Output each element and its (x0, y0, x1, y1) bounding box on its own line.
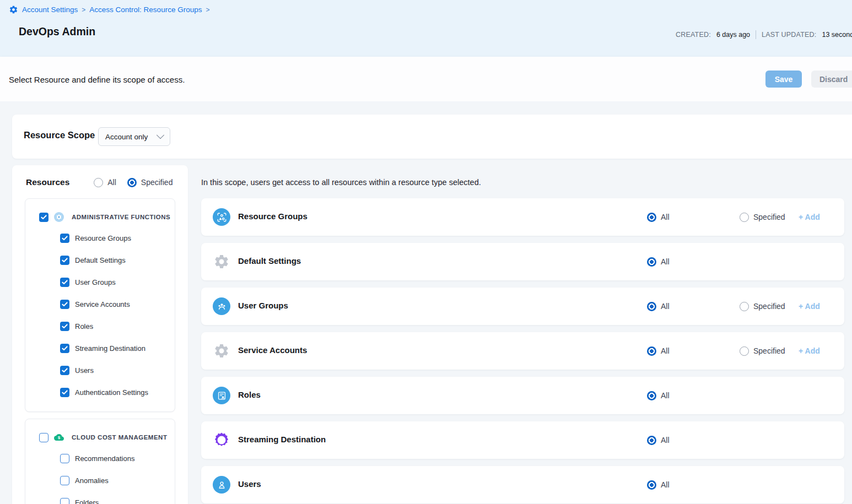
item-label: Streaming Destination (75, 344, 145, 353)
item-checkbox[interactable] (60, 234, 69, 243)
item-checkbox[interactable] (60, 476, 69, 485)
resources-panel: Resources All Specified ADMINISTRATIVE F… (12, 165, 188, 504)
tree-item[interactable]: Default Settings (60, 256, 126, 265)
radio-icon[interactable] (647, 436, 656, 445)
row-radio-specified[interactable]: Specified (740, 302, 785, 311)
resource-scope-card: Resource Scope Account only (12, 115, 852, 159)
resource-row-title: Users (238, 479, 261, 489)
tree-item[interactable]: Roles (60, 322, 93, 331)
resources-title: Resources (26, 177, 69, 187)
group-label: CLOUD COST MANAGEMENT (72, 434, 167, 441)
radio-icon[interactable] (740, 213, 749, 222)
resource-scope-label: Resource Scope (24, 130, 95, 140)
breadcrumb-link-access-control[interactable]: Access Control: Resource Groups (89, 6, 202, 14)
radio-all-label: All (107, 178, 116, 187)
radio-specified-label: Specified (753, 346, 785, 355)
row-radio-all[interactable]: All (647, 302, 670, 311)
item-checkbox[interactable] (60, 322, 69, 331)
breadcrumb: Account Settings > Access Control: Resou… (9, 5, 209, 14)
streaming-cog-icon (213, 431, 230, 449)
radio-icon[interactable] (94, 178, 103, 187)
item-label: Roles (75, 322, 93, 330)
radio-icon[interactable] (740, 302, 749, 311)
group-label: ADMINISTRATIVE FUNCTIONS (72, 214, 170, 220)
group-checkbox[interactable] (39, 213, 48, 222)
item-checkbox[interactable] (60, 454, 69, 463)
resource-row-title: Streaming Destination (238, 435, 326, 444)
resource-scope-select[interactable]: Account only (98, 127, 170, 146)
radio-all-label: All (661, 213, 670, 221)
admin-gear-badge-icon (54, 212, 64, 222)
resource-row: Resource GroupsAllSpecified+ Add (201, 198, 844, 236)
radio-all-label: All (661, 302, 670, 311)
tree-item[interactable]: Users (60, 366, 94, 375)
radio-icon[interactable] (647, 391, 656, 400)
save-button[interactable]: Save (765, 71, 802, 88)
breadcrumb-separator: > (82, 6, 85, 14)
resource-row-title: Default Settings (238, 256, 301, 265)
radio-icon[interactable] (647, 480, 656, 490)
item-checkbox[interactable] (60, 344, 69, 353)
gear-icon (213, 253, 230, 270)
group-checkbox[interactable] (39, 433, 48, 442)
radio-icon[interactable] (647, 346, 656, 356)
resources-radio-specified[interactable]: Specified (127, 178, 173, 187)
radio-icon[interactable] (740, 346, 749, 356)
radio-icon[interactable] (647, 302, 656, 311)
meta-divider (756, 30, 756, 39)
item-checkbox[interactable] (60, 498, 69, 504)
item-checkbox[interactable] (60, 388, 69, 397)
row-radio-all[interactable]: All (647, 480, 670, 490)
last-updated-label: LAST UPDATED: (762, 31, 816, 39)
action-bar-message: Select Resource and define its scope of … (9, 74, 185, 84)
record-meta: CREATED: 6 days ago LAST UPDATED: 13 sec… (676, 30, 852, 39)
resource-row: Streaming DestinationAll (201, 421, 844, 459)
radio-specified-label: Specified (753, 302, 785, 311)
created-value: 6 days ago (716, 31, 750, 39)
add-link[interactable]: + Add (799, 302, 820, 311)
row-radio-all[interactable]: All (647, 436, 670, 445)
resource-row-title: Resource Groups (238, 212, 308, 221)
item-checkbox[interactable] (60, 300, 69, 309)
tree-item[interactable]: Recommendations (60, 454, 134, 463)
tree-item[interactable]: Service Accounts (60, 300, 130, 309)
item-checkbox[interactable] (60, 366, 69, 375)
row-radio-all[interactable]: All (647, 257, 670, 267)
resource-group-card: ADMINISTRATIVE FUNCTIONSResource GroupsD… (25, 198, 175, 412)
row-radio-specified[interactable]: Specified (740, 213, 785, 222)
row-radio-all[interactable]: All (647, 391, 670, 400)
radio-icon[interactable] (647, 213, 656, 222)
resource-row-title: User Groups (238, 301, 288, 310)
row-radio-all[interactable]: All (647, 346, 670, 356)
resource-group-header[interactable]: ADMINISTRATIVE FUNCTIONS (39, 212, 170, 222)
roles-card-icon (213, 387, 230, 404)
chevron-down-icon (157, 131, 164, 139)
tree-item[interactable]: User Groups (60, 278, 116, 287)
resource-row: Service AccountsAllSpecified+ Add (201, 332, 844, 370)
row-radio-all[interactable]: All (647, 213, 670, 222)
tree-item[interactable]: Folders (60, 498, 99, 504)
content-area: Resource Scope Account only Resources Al… (0, 101, 852, 504)
user-icon (213, 476, 230, 494)
resources-radio-all[interactable]: All (94, 178, 116, 187)
user-groups-icon (213, 297, 230, 315)
add-link[interactable]: + Add (799, 346, 820, 355)
radio-all-label: All (661, 480, 670, 489)
item-label: Service Accounts (75, 300, 130, 308)
radio-specified-label: Specified (753, 213, 785, 221)
tree-item[interactable]: Resource Groups (60, 234, 131, 243)
resource-group-header[interactable]: $CLOUD COST MANAGEMENT (39, 432, 167, 442)
discard-button[interactable]: Discard (811, 71, 852, 88)
radio-icon[interactable] (647, 257, 656, 267)
item-checkbox[interactable] (60, 278, 69, 287)
row-radio-specified[interactable]: Specified (740, 346, 785, 356)
tree-item[interactable]: Streaming Destination (60, 344, 145, 353)
item-label: Anomalies (75, 476, 109, 485)
breadcrumb-link-account-settings[interactable]: Account Settings (22, 6, 78, 14)
item-checkbox[interactable] (60, 256, 69, 265)
radio-icon[interactable] (127, 178, 137, 187)
radio-all-label: All (661, 436, 670, 445)
add-link[interactable]: + Add (799, 213, 820, 221)
tree-item[interactable]: Anomalies (60, 476, 109, 485)
tree-item[interactable]: Authentication Settings (60, 388, 148, 397)
